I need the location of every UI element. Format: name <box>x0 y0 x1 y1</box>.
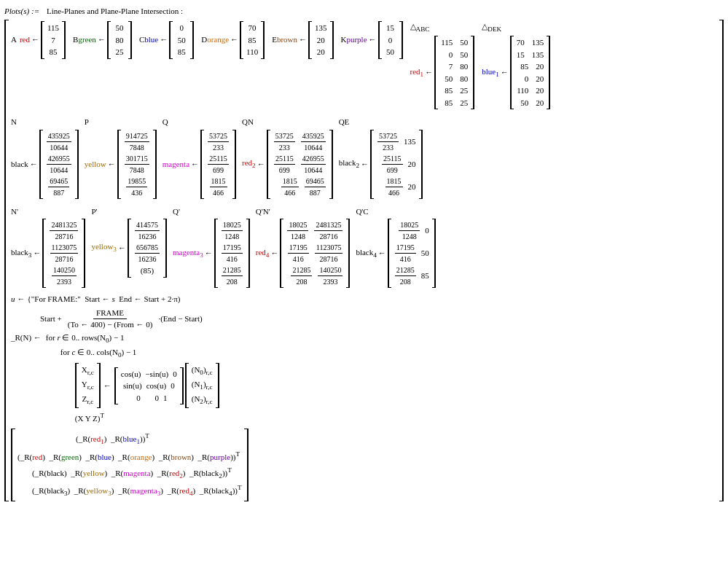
Pprime-yellow3-label: yellow3 <box>91 241 117 254</box>
title-line: Plots(s) := Line-Planes and Plane-Plane … <box>4 6 724 17</box>
R-lhs-vec: Xr,c Yr,c Zr,c <box>75 363 101 408</box>
u-arrow: ← <box>17 294 26 305</box>
Nprime-black3-vec: 248132528716 112307528716 1402502393 <box>42 219 85 288</box>
u-var: u <box>11 294 15 305</box>
var-Nprime-label: N' <box>11 206 18 217</box>
Qprime-magenta3-arrow: ← <box>205 248 213 259</box>
u-frame-start: Start + <box>40 313 62 324</box>
var-B-assign: green <box>78 34 95 45</box>
QCprime-black4-arrow: ← <box>378 248 386 259</box>
final-line-0: (_R(red1) _R(blue1))T <box>17 431 242 447</box>
red1-arrow: ← <box>425 67 433 78</box>
var-D-arrow: ← <box>230 34 238 45</box>
QN-red2-matrix: 53725233 43592510644 25115699 4269551064… <box>267 130 333 199</box>
var-QE: QE black2 ← 53725233 135 <box>339 117 423 198</box>
var-C: C blue ← 0 50 85 <box>139 21 194 59</box>
R-for-r-text: for r ∈ 0.. rows(N0) − 1 <box>46 332 125 345</box>
plots-label: Plots(s) := <box>4 6 39 17</box>
var-Q: Q magenta ← 53725233 25115699 1815466 <box>163 117 236 198</box>
var-Nprime: N' black3 ← 248132528716 112307528716 14… <box>11 206 85 288</box>
QCprime-black4-label: black4 <box>356 247 376 260</box>
final-line-2: (_R(black) _R(yellow) _R(magenta) _R(red… <box>17 466 242 481</box>
page: Plots(s) := Line-Planes and Plane-Plane … <box>0 0 728 567</box>
u-formula-line: u ← {"For FRAME:" Start ← s End ← Start … <box>11 294 717 305</box>
QE-black2-matrix: 53725233 135 25115699 20 1815466 20 <box>370 130 423 199</box>
R-eq-arrow: ← <box>103 380 111 391</box>
var-B: B green ← 50 80 25 <box>73 21 132 59</box>
Q-magenta-arrow: ← <box>191 159 199 170</box>
final-bracket: (_R(red1) _R(blue1))T (_R(red) _R(green)… <box>11 429 717 501</box>
var-Pprime: P' yellow3 ← 41457516236 65678516236 (85… <box>91 206 167 278</box>
var-D-vec: 70 85 110 <box>240 21 265 59</box>
P-yellow-vec: 9147257848 3017157848 19855436 <box>117 130 157 199</box>
var-QN: QN red2 ← 53725233 43592510644 <box>242 117 333 198</box>
u-frame-end: ·(End − Start) <box>158 313 202 324</box>
R-body: for r ∈ 0.. rows(N0) − 1 for c ∈ 0.. col… <box>46 332 219 424</box>
R-rotation-matrix: cos(u) −sin(u) 0 sin(u) cos(u) 0 <box>114 367 184 405</box>
final-line-3-text: (_R(black3) _R(yellow3) _R(magenta3) _R(… <box>32 486 242 495</box>
var-QCprime: Q'C black4 ← 180251248 0 <box>356 206 435 288</box>
row1: A red ← 115 7 85 <box>11 20 717 111</box>
QE-black2-label: black2 <box>339 157 359 171</box>
blue1-label: blue1 <box>482 66 499 79</box>
var-E-label: E <box>272 34 277 45</box>
Pprime-yellow3-arrow: ← <box>118 243 126 254</box>
var-N-label: N <box>11 117 17 128</box>
var-E-arrow: ← <box>299 34 307 45</box>
var-K-label: K <box>341 34 347 45</box>
red1-matrix: 11550 050 780 5080 8525 8525 <box>434 36 474 109</box>
R-for-c: for c ∈ 0.. cols(N0) − 1 <box>46 347 219 360</box>
var-A-assign: red <box>20 34 30 45</box>
var-Qprime-label: Q' <box>173 206 180 217</box>
R-for-c-text: for c ∈ 0.. cols(N0) − 1 <box>60 347 137 360</box>
u-frame-line: Start + FRAME (To ← 400) − (From ← 0) ·(… <box>11 308 717 331</box>
var-K-arrow: ← <box>369 34 377 45</box>
var-D-assign: orange <box>207 34 229 45</box>
QN-red2-arrow: ← <box>257 159 265 170</box>
var-D-label: D <box>201 34 207 45</box>
u-frame-frac: FRAME (To ← 400) − (From ← 0) <box>65 308 156 331</box>
N-black-vec: 43592510644 42695510644 69465887 <box>39 130 79 199</box>
var-Q-label: Q <box>163 117 168 128</box>
u-frame-den: (To ← 400) − (From ← 0) <box>65 319 156 330</box>
var-C-label: C <box>139 34 144 45</box>
R-for-r: for r ∈ 0.. rows(N0) − 1 <box>46 332 219 345</box>
var-P: P yellow ← 9147257848 3017157848 1985543… <box>85 117 157 198</box>
QCprime-black4-matrix: 180251248 0 17195416 50 21285208 85 <box>388 219 436 288</box>
delta-abc-label: △ABC <box>410 21 430 34</box>
final-line-3: (_R(black3) _R(yellow3) _R(magenta3) _R(… <box>17 484 242 499</box>
Q-magenta-label: magenta <box>163 159 189 170</box>
var-N: N black ← 43592510644 42695510644 694658… <box>11 117 79 198</box>
var-Pprime-label: P' <box>91 206 97 217</box>
P-yellow-label: yellow <box>85 159 106 170</box>
delta-dek-label: △DEK <box>482 21 501 34</box>
subtitle: Line-Planes and Plane-Plane Intersection… <box>47 6 183 17</box>
Q-magenta-vec: 53725233 25115699 1815466 <box>200 130 236 199</box>
var-C-assign: blue <box>144 34 158 45</box>
red1-label: red1 <box>410 66 424 79</box>
QNprime-red4-matrix: 180251248 248132528716 17195416 11230752… <box>280 219 350 288</box>
main-bracket-container: A red ← 115 7 85 <box>4 20 724 501</box>
R-xyz-text: (X Y Z)T <box>75 411 104 424</box>
blue1-matrix: 70135 15135 8520 020 11020 5020 <box>510 36 551 109</box>
blue1-arrow: ← <box>501 67 509 78</box>
row3: N' black3 ← 248132528716 112307528716 14… <box>11 205 717 289</box>
Qprime-magenta3-label: magenta3 <box>173 247 203 260</box>
var-B-vec: 50 80 25 <box>107 21 132 59</box>
var-E: E brown ← 135 20 20 <box>272 21 333 59</box>
var-A: A red ← 115 7 85 <box>11 21 66 59</box>
var-B-label: B <box>73 34 78 45</box>
var-B-arrow: ← <box>98 34 106 45</box>
N-black-arrow: ← <box>30 159 38 170</box>
R-formula-line: _R(N) ← for r ∈ 0.. rows(N0) − 1 for c ∈… <box>11 332 717 424</box>
final-outer-lb <box>11 429 15 501</box>
row2: N black ← 43592510644 42695510644 694658… <box>11 115 717 200</box>
final-line-0-text: (_R(red1) _R(blue1))T <box>76 434 149 443</box>
final-line-1-text: (_R(red) _R(green) _R(blue) _R(orange) _… <box>17 453 240 461</box>
var-Qprime: Q' magenta3 ← 180251248 17195416 2128520… <box>173 206 250 288</box>
final-content: (_R(red1) _R(blue1))T (_R(red) _R(green)… <box>17 429 242 501</box>
Nprime-black3-label: black3 <box>11 247 31 260</box>
N-black-label: black <box>11 159 28 170</box>
main-content: A red ← 115 7 85 <box>11 20 717 501</box>
var-A-label: A <box>11 34 17 45</box>
